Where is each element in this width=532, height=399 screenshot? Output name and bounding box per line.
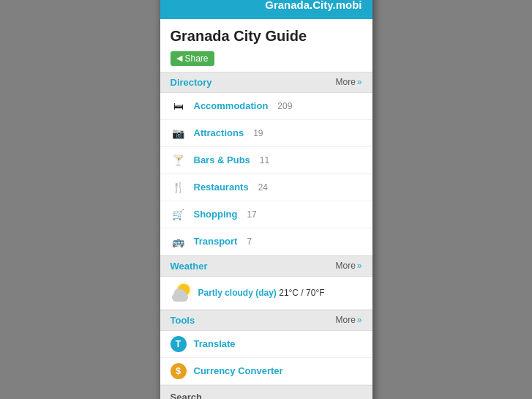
bed-icon: [171, 98, 187, 114]
weather-more-link[interactable]: More »: [335, 261, 361, 271]
bars-label: Bars & Pubs: [194, 154, 250, 165]
directory-item-accommodation[interactable]: Accommodation 209: [160, 93, 372, 120]
restaurants-label: Restaurants: [194, 182, 249, 193]
page-title: Granada City Guide: [171, 28, 362, 45]
directory-section-header: Directory More »: [160, 72, 372, 93]
share-button[interactable]: ◀ Share: [171, 51, 214, 66]
directory-more-label: More: [335, 77, 355, 87]
directory-item-restaurants[interactable]: Restaurants 24: [160, 174, 372, 201]
transport-label: Transport: [194, 236, 238, 247]
tools-more-label: More: [335, 315, 355, 325]
tools-more-arrow: »: [357, 315, 362, 325]
share-label: Share: [185, 53, 209, 64]
restaurants-count: 24: [258, 182, 268, 193]
directory-item-shopping[interactable]: Shopping 17: [160, 201, 372, 228]
bars-count: 11: [260, 155, 269, 165]
tools-list: T Translate $ Currency Converter: [160, 331, 372, 385]
currency-label: Currency Converter: [194, 365, 283, 376]
tool-item-translate[interactable]: T Translate: [160, 331, 372, 358]
page-title-area: Granada City Guide ◀ Share: [160, 19, 372, 72]
cart-icon: [171, 206, 187, 223]
tools-title: Tools: [171, 315, 195, 326]
directory-more-link[interactable]: More »: [335, 77, 361, 87]
attractions-count: 19: [253, 128, 263, 138]
weather-icon: [171, 283, 191, 303]
weather-more-arrow: »: [357, 261, 362, 271]
share-icon: ◀: [176, 53, 182, 63]
accommodation-label: Accommodation: [194, 100, 269, 111]
tool-item-currency[interactable]: $ Currency Converter: [160, 358, 372, 385]
translate-icon: T: [171, 336, 187, 352]
camera-icon: [171, 125, 187, 141]
weather-description: Partly cloudy (day) 21°C / 70°F: [198, 288, 325, 298]
currency-icon: $: [171, 363, 187, 379]
app-header: Granada.City.mobi: [160, 0, 372, 19]
food-icon: [171, 179, 187, 195]
app-title: Granada.City.mobi: [265, 0, 361, 11]
bus-icon: [171, 234, 187, 250]
directory-title: Directory: [171, 77, 212, 88]
shopping-count: 17: [247, 209, 256, 220]
search-bar[interactable]: Search: [160, 385, 372, 399]
weather-section-header: Weather More »: [160, 256, 372, 277]
attractions-label: Attractions: [194, 127, 244, 138]
weather-more-label: More: [335, 261, 355, 271]
directory-list: Accommodation 209 Attractions 19 Bars & …: [160, 93, 372, 256]
directory-item-attractions[interactable]: Attractions 19: [160, 120, 372, 147]
transport-count: 7: [247, 236, 252, 247]
phone-container: Granada.City.mobi Granada City Guide ◀ S…: [160, 0, 372, 399]
translate-label: Translate: [194, 338, 236, 349]
cocktail-icon: [171, 152, 187, 168]
tools-section-header: Tools More »: [160, 310, 372, 331]
tools-more-link[interactable]: More »: [335, 315, 361, 325]
weather-title: Weather: [171, 261, 208, 272]
directory-item-bars[interactable]: Bars & Pubs 11: [160, 147, 372, 174]
weather-condition: Partly cloudy (day): [198, 288, 277, 298]
search-label: Search: [171, 392, 202, 399]
weather-temp-value: 21°C / 70°F: [279, 288, 324, 298]
directory-item-transport[interactable]: Transport 7: [160, 228, 372, 256]
directory-more-arrow: »: [357, 77, 362, 87]
accommodation-count: 209: [277, 101, 292, 111]
weather-item[interactable]: Partly cloudy (day) 21°C / 70°F: [160, 277, 372, 310]
shopping-label: Shopping: [194, 209, 238, 220]
